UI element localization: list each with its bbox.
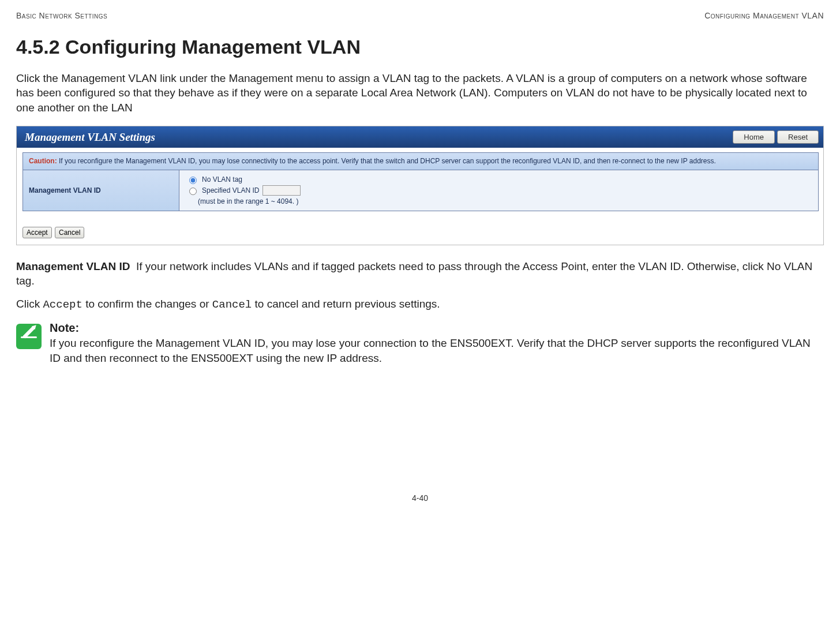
page-number: 4-40 [16, 493, 824, 504]
mgmt-vlan-desc: If your network includes VLANs and if ta… [16, 260, 812, 287]
note-text: If you reconfigure the Management VLAN I… [50, 336, 824, 365]
note-icon [16, 324, 42, 349]
screenshot-footer: Accept Cancel [17, 214, 823, 245]
confirm-mid: to confirm the changes or [82, 298, 212, 310]
mgmt-vlan-label: Management VLAN ID [16, 260, 130, 272]
confirm-pre: Click [16, 298, 43, 310]
accept-button[interactable]: Accept [22, 227, 52, 238]
note-body: Note: If you reconfigure the Management … [50, 320, 824, 365]
header-left: Basic Network Settings [16, 10, 107, 21]
vlan-settings-table: Caution: If you reconfigure the Manageme… [22, 152, 819, 211]
screenshot-body: Caution: If you reconfigure the Manageme… [17, 148, 823, 214]
row-label: Management VLAN ID [23, 170, 179, 211]
specified-vlan-radio[interactable] [189, 188, 197, 195]
caution-label: Caution: [29, 157, 57, 165]
mgmt-vlan-paragraph: Management VLAN ID If your network inclu… [16, 259, 824, 289]
header-right: Configuring Management VLAN [704, 10, 824, 21]
cancel-literal: Cancel [212, 298, 252, 311]
note-label: Note: [50, 320, 824, 336]
intro-paragraph: Click the Management VLAN link under the… [16, 71, 824, 115]
section-heading: 4.5.2 Configuring Management VLAN [16, 34, 824, 61]
home-button[interactable]: Home [733, 130, 775, 144]
vlan-id-input[interactable] [262, 185, 301, 196]
confirm-paragraph: Click Accept to confirm the changes or C… [16, 297, 824, 313]
pencil-icon [22, 327, 35, 339]
no-vlan-label: No VLAN tag [202, 175, 242, 184]
screenshot-titlebar: Management VLAN Settings Home Reset [17, 126, 823, 148]
specified-vlan-label: Specified VLAN ID [202, 186, 259, 195]
screenshot-panel: Management VLAN Settings Home Reset Caut… [16, 126, 824, 245]
accept-literal: Accept [43, 298, 82, 311]
row-value-cell: No VLAN tag Specified VLAN ID (must be i… [179, 170, 818, 211]
reset-button[interactable]: Reset [777, 130, 819, 144]
page-header: Basic Network Settings Configuring Manag… [16, 10, 824, 21]
confirm-post: to cancel and return previous settings. [252, 298, 440, 310]
cancel-button[interactable]: Cancel [55, 227, 84, 238]
caution-text: If you reconfigure the Management VLAN I… [57, 157, 716, 165]
note-block: Note: If you reconfigure the Management … [16, 320, 824, 365]
caution-banner: Caution: If you reconfigure the Manageme… [23, 153, 818, 170]
no-vlan-radio[interactable] [189, 177, 197, 184]
screenshot-title: Management VLAN Settings [25, 130, 155, 145]
vlan-range-hint: (must be in the range 1 ~ 4094. ) [198, 197, 811, 206]
table-row: Management VLAN ID No VLAN tag Specified… [23, 170, 818, 211]
